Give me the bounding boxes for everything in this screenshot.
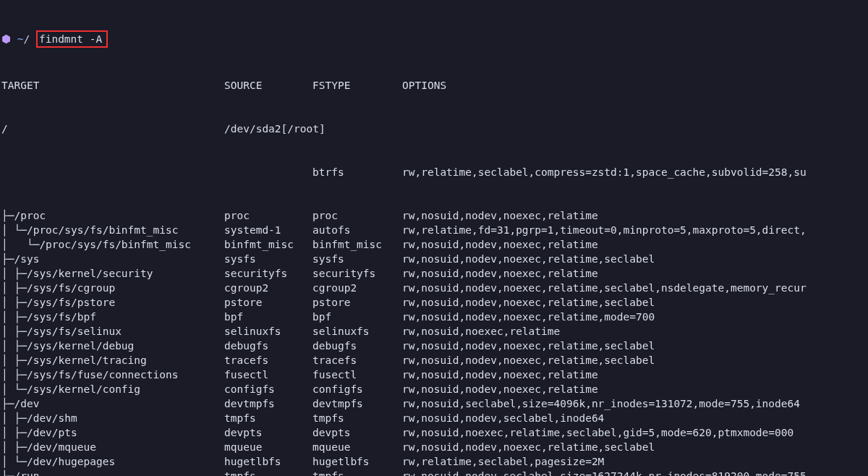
mount-row: │ └─/proc/sys/fs/binfmt_misc binfmt_misc… [1, 237, 867, 252]
cell-fstype: tmpfs [312, 411, 402, 425]
cell-fstype: selinuxfs [312, 324, 402, 339]
prompt-line: ⬢ ~/ findmnt -A [1, 30, 867, 49]
cell-target: │ ├─/sys/kernel/debug [1, 339, 224, 353]
cell-fstype: devtmpfs [312, 396, 402, 411]
cell-target: │ └─/dev/hugepages [1, 454, 224, 469]
cell-fstype: autofs [312, 223, 402, 237]
mount-row: ├─/sys sysfssysfsrw,nosuid,nodev,noexec,… [1, 252, 867, 266]
mount-row: │ ├─/dev/shm tmpfstmpfsrw,nosuid,nodev,s… [1, 411, 867, 425]
cell-options: rw,nosuid,nodev,noexec,relatime,seclabel… [402, 281, 807, 295]
cell-target: │ ├─/sys/fs/cgroup [1, 281, 224, 295]
cell-source: configfs [224, 382, 312, 396]
mount-row: │ ├─/dev/mqueue mqueuemqueuerw,nosuid,no… [1, 440, 867, 454]
mount-row: │ ├─/sys/fs/pstore pstorepstorerw,nosuid… [1, 295, 867, 310]
cell-options: rw,relatime,seclabel,pagesize=2M [402, 454, 604, 469]
cell-options: rw,nosuid,nodev,noexec,relatime [402, 208, 598, 223]
cell-target: │ ├─/sys/fs/pstore [1, 295, 224, 310]
cell-fstype: btrfs [312, 165, 402, 179]
mount-row: │ └─/proc/sys/fs/binfmt_misc systemd-1au… [1, 223, 867, 237]
cell-options: rw,nosuid,nodev,noexec,relatime [402, 367, 598, 382]
cell-fstype: fusectl [312, 367, 402, 382]
cell-source: systemd-1 [224, 223, 312, 237]
cell-source: selinuxfs [224, 324, 312, 339]
cell-options: rw,nosuid,nodev,noexec,relatime,seclabel [402, 440, 655, 454]
terminal[interactable]: ⬢ ~/ findmnt -A TARGETSOURCEFSTYPEOPTION… [0, 0, 868, 476]
cell-source: tmpfs [224, 411, 312, 425]
prompt-symbol: ⬢ [1, 33, 11, 45]
cell-fstype: tracefs [312, 353, 402, 367]
cell-target: ├─/dev [1, 396, 224, 411]
cell-target: │ └─/proc/sys/fs/binfmt_misc [1, 237, 224, 252]
cell-options: rw,nosuid,nodev,noexec,relatime [402, 382, 598, 396]
cell-fstype: configfs [312, 382, 402, 396]
cell-source: fusectl [224, 367, 312, 382]
cell-options: rw,nosuid,noexec,relatime,seclabel,gid=5… [402, 425, 793, 440]
mount-row: │ ├─/sys/kernel/debug debugfsdebugfsrw,n… [1, 339, 867, 353]
cell-fstype: hugetlbfs [312, 454, 402, 469]
cell-source: devtmpfs [224, 396, 312, 411]
mount-row: │ ├─/sys/kernel/tracing tracefstracefsrw… [1, 353, 867, 367]
cell-options: rw,nosuid,nodev,noexec,relatime,seclabel [402, 295, 655, 310]
cell-target: │ ├─/sys/fs/fuse/connections [1, 367, 224, 382]
cell-options: rw,relatime,fd=31,pgrp=1,timeout=0,minpr… [402, 223, 807, 237]
cell-source: debugfs [224, 339, 312, 353]
cell-options: rw,nosuid,nodev,noexec,relatime [402, 237, 598, 252]
cell-source: cgroup2 [224, 281, 312, 295]
cell-target: │ ├─/sys/fs/selinux [1, 324, 224, 339]
cell-fstype: mqueue [312, 440, 402, 454]
cell-options: rw,nosuid,nodev,seclabel,inode64 [402, 411, 604, 425]
mount-row: │ ├─/sys/kernel/security securityfssecur… [1, 266, 867, 281]
header-target: TARGET [1, 78, 224, 93]
prompt-slash: / [23, 33, 30, 45]
cell-options: rw,nosuid,nodev,noexec,relatime,mode=700 [402, 310, 655, 324]
cell-target: │ ├─/sys/kernel/security [1, 266, 224, 281]
header-options: OPTIONS [402, 78, 446, 93]
cell-target: ├─/run [1, 469, 224, 476]
cell-options: rw,nosuid,nodev,noexec,relatime,seclabel [402, 252, 655, 266]
cell-target: │ └─/proc/sys/fs/binfmt_misc [1, 223, 224, 237]
header-fstype: FSTYPE [312, 78, 402, 93]
cell-options: rw,nosuid,nodev,noexec,relatime,seclabel [402, 353, 655, 367]
mount-row-root: //dev/sda2[/root] [1, 122, 867, 136]
cell-target: │ ├─/dev/shm [1, 411, 224, 425]
cell-source: hugetlbfs [224, 454, 312, 469]
mount-row: ├─/proc procprocrw,nosuid,nodev,noexec,r… [1, 208, 867, 223]
mount-row: │ ├─/dev/pts devptsdevptsrw,nosuid,noexe… [1, 425, 867, 440]
cell-source: tracefs [224, 353, 312, 367]
mount-row-root-cont: btrfsrw,relatime,seclabel,compress=zstd:… [1, 165, 867, 179]
header-source: SOURCE [224, 78, 312, 93]
column-headers: TARGETSOURCEFSTYPEOPTIONS [1, 78, 867, 93]
cell-source: pstore [224, 295, 312, 310]
cell-target: │ ├─/sys/kernel/tracing [1, 353, 224, 367]
cell-source: bpf [224, 310, 312, 324]
cell-options: rw,nosuid,seclabel,size=4096k,nr_inodes=… [402, 396, 800, 411]
cell-target: / [1, 122, 224, 136]
cell-fstype: securityfs [312, 266, 402, 281]
cell-target: ├─/proc [1, 208, 224, 223]
cell-source: proc [224, 208, 312, 223]
cell-fstype: tmpfs [312, 469, 402, 476]
mount-row: ├─/run tmpfstmpfsrw,nosuid,nodev,seclabe… [1, 469, 867, 476]
cell-options: rw,nosuid,nodev,noexec,relatime,seclabel [402, 339, 655, 353]
cell-fstype: sysfs [312, 252, 402, 266]
cell-target: │ ├─/dev/mqueue [1, 440, 224, 454]
cell-target: ├─/sys [1, 252, 224, 266]
mount-row: ├─/dev devtmpfsdevtmpfsrw,nosuid,seclabe… [1, 396, 867, 411]
cell-target: │ ├─/dev/pts [1, 425, 224, 440]
cell-source: sysfs [224, 252, 312, 266]
mount-row: │ └─/dev/hugepages hugetlbfshugetlbfsrw,… [1, 454, 867, 469]
mount-row: │ └─/sys/kernel/config configfsconfigfsr… [1, 382, 867, 396]
mount-row: │ ├─/sys/fs/selinux selinuxfsselinuxfsrw… [1, 324, 867, 339]
cell-source: tmpfs [224, 469, 312, 476]
mount-row: │ ├─/sys/fs/bpf bpfbpfrw,nosuid,nodev,no… [1, 310, 867, 324]
cell-fstype: cgroup2 [312, 281, 402, 295]
cell-source: securityfs [224, 266, 312, 281]
cell-fstype: bpf [312, 310, 402, 324]
cell-source: /dev/sda2[/root] [224, 122, 312, 136]
cell-source: binfmt_misc [224, 237, 312, 252]
mount-row: │ ├─/sys/fs/cgroup cgroup2cgroup2rw,nosu… [1, 281, 867, 295]
cell-target: │ └─/sys/kernel/config [1, 382, 224, 396]
cell-options: rw,relatime,seclabel,compress=zstd:1,spa… [402, 165, 807, 179]
cell-options: rw,nosuid,nodev,seclabel,size=1627244k,n… [402, 469, 807, 476]
cell-target: │ ├─/sys/fs/bpf [1, 310, 224, 324]
